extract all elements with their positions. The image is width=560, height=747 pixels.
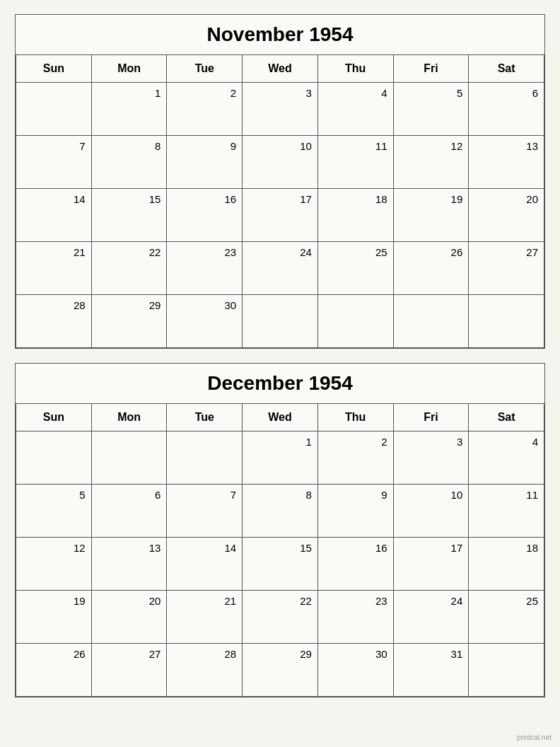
dec-header-tue: Tue bbox=[167, 404, 243, 432]
table-row: 14 bbox=[167, 538, 243, 591]
december-title: December 1954 bbox=[16, 364, 544, 404]
table-row: 22 bbox=[92, 242, 168, 295]
table-row: 2 bbox=[167, 83, 243, 136]
table-row bbox=[16, 432, 92, 485]
table-row: 30 bbox=[167, 295, 243, 348]
december-calendar: December 1954 Sun Mon Tue Wed Thu Fri Sa… bbox=[15, 363, 545, 697]
table-row: 14 bbox=[16, 189, 92, 242]
table-row: 17 bbox=[243, 189, 318, 242]
table-row: 15 bbox=[92, 189, 168, 242]
table-row: 27 bbox=[92, 644, 168, 697]
table-row: 26 bbox=[394, 242, 469, 295]
table-row: 10 bbox=[243, 136, 318, 189]
table-row bbox=[16, 83, 92, 136]
nov-header-sat: Sat bbox=[469, 55, 544, 83]
table-row: 4 bbox=[318, 83, 394, 136]
table-row: 21 bbox=[16, 242, 92, 295]
nov-header-sun: Sun bbox=[16, 55, 92, 83]
november-title: November 1954 bbox=[16, 15, 544, 55]
table-row: 7 bbox=[16, 136, 92, 189]
table-row: 28 bbox=[167, 644, 243, 697]
table-row: 28 bbox=[16, 295, 92, 348]
table-row bbox=[469, 295, 544, 348]
november-calendar: November 1954 Sun Mon Tue Wed Thu Fri Sa… bbox=[15, 14, 545, 349]
table-row: 17 bbox=[394, 538, 469, 591]
table-row bbox=[394, 295, 469, 348]
table-row: 15 bbox=[243, 538, 318, 591]
watermark-label: printcal.net bbox=[517, 734, 552, 741]
table-row: 1 bbox=[243, 432, 318, 485]
table-row bbox=[243, 295, 318, 348]
table-row: 22 bbox=[243, 591, 318, 644]
table-row: 29 bbox=[92, 295, 168, 348]
table-row: 23 bbox=[167, 242, 243, 295]
table-row: 25 bbox=[469, 591, 544, 644]
nov-header-mon: Mon bbox=[92, 55, 168, 83]
table-row: 2 bbox=[318, 432, 394, 485]
table-row: 11 bbox=[469, 485, 544, 538]
table-row: 30 bbox=[318, 644, 394, 697]
table-row: 13 bbox=[469, 136, 544, 189]
table-row: 7 bbox=[167, 485, 243, 538]
table-row: 4 bbox=[469, 432, 544, 485]
nov-header-fri: Fri bbox=[394, 55, 469, 83]
table-row bbox=[167, 432, 243, 485]
table-row: 6 bbox=[469, 83, 544, 136]
table-row: 16 bbox=[318, 538, 394, 591]
dec-header-mon: Mon bbox=[92, 404, 168, 432]
nov-header-wed: Wed bbox=[243, 55, 318, 83]
dec-header-sat: Sat bbox=[469, 404, 544, 432]
dec-header-wed: Wed bbox=[243, 404, 318, 432]
table-row: 16 bbox=[167, 189, 243, 242]
table-row: 24 bbox=[394, 591, 469, 644]
table-row: 5 bbox=[394, 83, 469, 136]
table-row: 21 bbox=[167, 591, 243, 644]
table-row: 25 bbox=[318, 242, 394, 295]
nov-header-tue: Tue bbox=[167, 55, 243, 83]
table-row: 12 bbox=[16, 538, 92, 591]
table-row: 8 bbox=[92, 136, 168, 189]
table-row: 29 bbox=[243, 644, 318, 697]
table-row bbox=[92, 432, 168, 485]
table-row bbox=[318, 295, 394, 348]
table-row: 19 bbox=[394, 189, 469, 242]
table-row: 18 bbox=[318, 189, 394, 242]
table-row: 9 bbox=[318, 485, 394, 538]
table-row: 31 bbox=[394, 644, 469, 697]
table-row: 1 bbox=[92, 83, 168, 136]
table-row: 9 bbox=[167, 136, 243, 189]
dec-header-fri: Fri bbox=[394, 404, 469, 432]
table-row: 19 bbox=[16, 591, 92, 644]
table-row: 13 bbox=[92, 538, 168, 591]
table-row: 3 bbox=[394, 432, 469, 485]
table-row bbox=[469, 644, 544, 697]
table-row: 8 bbox=[243, 485, 318, 538]
december-grid: Sun Mon Tue Wed Thu Fri Sat 1 2 3 4 5 6 … bbox=[16, 404, 544, 697]
dec-header-thu: Thu bbox=[318, 404, 394, 432]
table-row: 26 bbox=[16, 644, 92, 697]
table-row: 10 bbox=[394, 485, 469, 538]
nov-header-thu: Thu bbox=[318, 55, 394, 83]
table-row: 24 bbox=[243, 242, 318, 295]
table-row: 6 bbox=[92, 485, 168, 538]
table-row: 27 bbox=[469, 242, 544, 295]
table-row: 3 bbox=[243, 83, 318, 136]
table-row: 20 bbox=[92, 591, 168, 644]
table-row: 20 bbox=[469, 189, 544, 242]
dec-header-sun: Sun bbox=[16, 404, 92, 432]
table-row: 18 bbox=[469, 538, 544, 591]
table-row: 5 bbox=[16, 485, 92, 538]
table-row: 23 bbox=[318, 591, 394, 644]
table-row: 12 bbox=[394, 136, 469, 189]
table-row: 11 bbox=[318, 136, 394, 189]
november-grid: Sun Mon Tue Wed Thu Fri Sat 1 2 3 4 5 6 … bbox=[16, 55, 544, 348]
